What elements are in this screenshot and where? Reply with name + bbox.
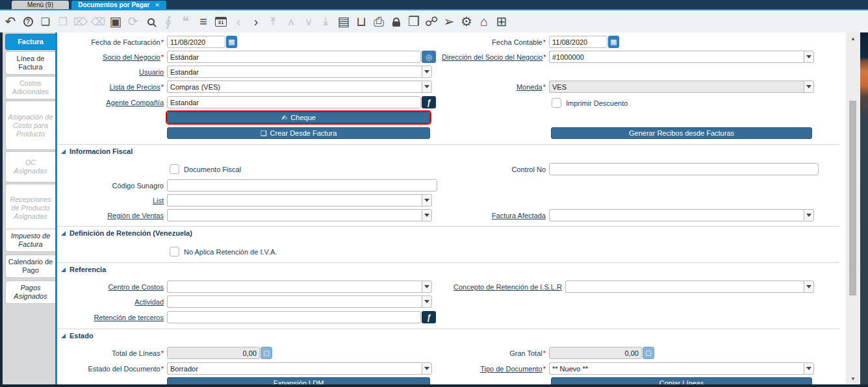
undo-icon[interactable]: ↶ [4,14,17,29]
chevron-down-icon[interactable] [804,209,814,221]
scrollbar-thumb[interactable] [849,101,856,295]
sidebar-tab-impuesto-de-factura[interactable]: Impuesto de Factura [5,229,55,252]
centro-costos-label[interactable]: Centro de Costos [60,283,167,291]
next-record-icon[interactable]: › [249,14,262,29]
chevron-down-icon[interactable] [422,81,432,93]
factura-afectada-label[interactable]: Factura Afectada [442,212,549,219]
agente-compania-label[interactable]: Agente Compañía [60,99,167,106]
close-tab-icon[interactable]: ✕ [155,2,160,8]
moneda-label[interactable]: Moneda* [442,83,549,91]
tipo-documento-label[interactable]: Tipo de Documento* [442,365,549,373]
list-label[interactable]: List [60,197,167,205]
help-icon[interactable]: ? [21,14,34,29]
sidebar-tab-factura[interactable]: Factura [5,34,55,50]
actividad-dropdown[interactable] [167,295,432,308]
socio-negocio-info-button[interactable]: ◎ [422,51,436,63]
concepto-islr-dropdown[interactable] [565,281,814,293]
sidebar-tab-costos-adicionales[interactable]: Costos Adicionales [5,76,55,99]
preference-icon[interactable]: ⚙ [460,14,473,29]
region-ventas-dropdown[interactable] [167,209,432,221]
first-record-icon[interactable]: ⇤ [266,15,281,28]
agente-compania-input[interactable]: Estandar [167,96,421,108]
refresh-icon[interactable]: ⟳ [127,14,140,29]
zoom-across-icon[interactable]: ❒ [407,14,420,29]
parent-record-icon[interactable]: ∧ [285,14,298,29]
chevron-down-icon[interactable] [422,66,432,78]
crear-desde-factura-button[interactable]: ❏ Crear Desde Factura [167,127,430,139]
moneda-dropdown[interactable]: VES [549,81,814,93]
agente-compania-funnel-button[interactable]: ƒ [422,96,436,108]
print-icon[interactable]: ⎙ [372,14,385,29]
fecha-facturacion-input[interactable]: 11/08/2020 [167,36,225,48]
sidebar-tab-oc-asignadas[interactable]: OC Asignadas [5,151,55,182]
delete-selection-icon[interactable]: ⌫ [92,14,105,29]
chevron-down-icon[interactable] [804,281,814,293]
sidebar-tab-asignacion-de-costo[interactable]: Asignación de Costo para Producto [5,101,55,150]
retencion-terceros-input[interactable] [167,311,421,323]
chevron-down-icon[interactable] [422,194,432,206]
direccion-socio-label[interactable]: Dirección del Socio del Negocio* [442,53,549,61]
cheque-button[interactable]: ✍ Cheque [167,112,430,123]
product-info-icon[interactable]: ⌂ [478,14,491,29]
tab-menu[interactable]: Menú (9) [12,1,69,9]
copiar-lineas-button[interactable]: Copiar Líneas [551,377,812,384]
sidebar-tab-calendario-de-pago[interactable]: Calendario de Pago [5,255,55,278]
fecha-facturacion-calendar-button[interactable]: ▦ [226,36,237,48]
retencion-terceros-label[interactable]: Retención de terceros [60,314,167,321]
prev-record-icon[interactable]: ‹ [232,14,245,29]
chevron-down-icon[interactable] [804,51,814,63]
send-mail-icon[interactable]: ➢ [442,14,455,29]
factura-afectada-dropdown[interactable] [549,209,814,221]
chevron-down-icon[interactable] [804,362,814,375]
copy-record-icon[interactable]: ❐ [57,14,70,29]
chat-icon[interactable]: ❝ [179,14,192,29]
last-record-icon[interactable]: ⇥ [318,15,334,28]
sidebar-tab-linea-de-factura[interactable]: Línea de Factura [5,51,55,75]
actividad-label[interactable]: Actividad [60,298,167,306]
documento-fiscal-checkbox[interactable] [170,164,179,174]
lista-precios-dropdown[interactable]: Compras (VES) [167,81,432,93]
section-header-estado[interactable]: Estado [61,332,94,340]
generar-recibos-button[interactable]: Generar Recibos desde Facturas [551,127,812,139]
retencion-terceros-funnel-button[interactable]: ƒ [422,311,436,323]
direccion-socio-dropdown[interactable]: #1000000 [549,51,814,63]
chevron-down-icon[interactable] [422,209,432,221]
workflow-icon[interactable]: ☍ [425,14,438,29]
estado-documento-dropdown[interactable]: Borrador [167,362,432,375]
gran-total-calculator-button[interactable]: ▢ [643,347,654,359]
new-record-icon[interactable]: ❏ [39,14,52,29]
total-lineas-calculator-button[interactable]: ▢ [261,347,272,359]
attachment-icon[interactable]: ∮ [162,14,175,29]
chevron-down-icon[interactable] [422,281,432,293]
chevron-down-icon[interactable] [804,81,814,93]
concepto-islr-label[interactable]: Concepto de Retención de I.S.L.R [442,283,565,291]
sidebar-tab-pagos-asignados[interactable]: Pagos Asignados [5,281,55,304]
sidebar-tab-recepciones[interactable]: Recepciones de Producto Asignadas [5,184,55,232]
delete-record-icon[interactable]: ⌦ [74,14,87,29]
control-no-input[interactable] [549,163,819,175]
socio-negocio-label[interactable]: Socio del Negocio* [60,53,167,61]
grid-toggle-icon[interactable]: ≡ [197,14,210,29]
report-icon[interactable]: ▤ [337,14,350,29]
lista-precios-label[interactable]: Lista de Precios* [60,83,167,91]
no-aplica-retencion-checkbox[interactable] [170,247,179,256]
socio-negocio-input[interactable]: Estándar [167,51,421,63]
region-ventas-label[interactable]: Región de Ventas [60,212,167,219]
scroll-up-icon[interactable]: ▲ [849,34,858,43]
archive-icon[interactable]: ⊔ [355,14,368,29]
imprimir-descuento-checkbox[interactable] [552,98,561,108]
window-customize-icon[interactable]: ⊞ [495,14,508,29]
section-header-informacion-fiscal[interactable]: Informacion Fiscal [61,147,133,155]
usuario-label[interactable]: Usuario [60,68,167,76]
expansion-ldm-button[interactable]: Expansión LDM [167,377,430,384]
centro-costos-dropdown[interactable] [167,281,432,293]
tipo-documento-dropdown[interactable]: ** Nuevo ** [549,362,814,375]
detail-record-icon[interactable]: ∨ [302,14,315,29]
section-header-referencia[interactable]: Referencia [61,266,106,273]
list-dropdown[interactable] [167,194,432,206]
chevron-down-icon[interactable] [422,295,432,308]
scroll-down-icon[interactable]: ▼ [849,374,858,383]
section-header-definicion-retencion[interactable]: Definición de Retención (Venezuela) [61,229,192,237]
vertical-scrollbar[interactable]: ▲ ▼ [846,32,860,384]
calendar-icon[interactable]: 31 [214,14,227,29]
